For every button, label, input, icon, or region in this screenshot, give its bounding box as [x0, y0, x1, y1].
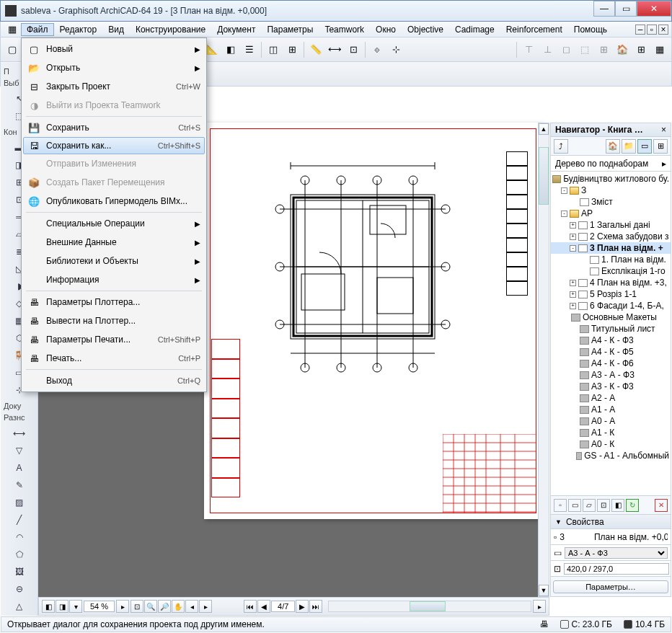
- params-button[interactable]: Параметры…: [553, 580, 668, 593]
- menu-item-сохранить[interactable]: 💾СохранитьCtrl+S: [23, 118, 205, 137]
- tree-node[interactable]: А1 - А: [551, 404, 671, 415]
- tree-node[interactable]: Експлікація 1-го: [551, 265, 671, 277]
- tool4-icon[interactable]: ⊞: [283, 41, 301, 58]
- tree-expander-icon[interactable]: +: [570, 222, 576, 229]
- tree-node[interactable]: -З: [551, 185, 671, 196]
- tree-expander-icon[interactable]: -: [561, 211, 567, 217]
- nav-update-icon[interactable]: ↻: [626, 499, 639, 512]
- tree-expander-icon[interactable]: -: [561, 187, 567, 194]
- tool5-icon[interactable]: ⊡: [345, 41, 362, 58]
- zoomout-icon[interactable]: 🔎: [158, 600, 171, 613]
- hscroll-thumb[interactable]: [410, 601, 446, 611]
- dim-tool-icon[interactable]: ⟷: [12, 425, 27, 441]
- menu-помощь[interactable]: Помощь: [568, 23, 613, 36]
- tree-node[interactable]: Основные Макеты: [551, 311, 671, 323]
- menu-item-новый[interactable]: ▢Новый▶: [23, 40, 205, 58]
- maximize-button[interactable]: ▭: [615, 1, 637, 17]
- tool6-icon[interactable]: ⟐: [368, 41, 386, 58]
- zoom-option2-icon[interactable]: ◨: [56, 600, 68, 613]
- pan-icon[interactable]: ✋: [172, 600, 185, 613]
- zoom-option1-icon[interactable]: ◧: [42, 600, 55, 613]
- tree-node[interactable]: А0 - А: [551, 415, 671, 427]
- elev-tool-icon[interactable]: △: [12, 598, 27, 614]
- close-button[interactable]: ✕: [637, 1, 671, 17]
- tree-node[interactable]: А4 - К - Ф5: [551, 346, 671, 358]
- fill-tool-icon[interactable]: ▨: [12, 495, 27, 510]
- navigator-close-icon[interactable]: ×: [661, 125, 666, 135]
- zoom-field[interactable]: 54 %: [84, 601, 115, 612]
- tree-node[interactable]: +1 Загальні дані: [551, 219, 671, 231]
- zoom-dd2-icon[interactable]: ▸: [116, 600, 129, 613]
- mdi-restore-icon[interactable]: ▫: [647, 25, 657, 35]
- menu-вид[interactable]: Вид: [102, 23, 130, 36]
- size-input[interactable]: [564, 563, 669, 575]
- menu-item-параметры-печати-[interactable]: 🖶Параметры Печати...Ctrl+Shift+P: [23, 330, 205, 349]
- section-tool-icon[interactable]: ⊖: [12, 581, 27, 597]
- fit-icon[interactable]: ⊡: [131, 600, 143, 613]
- scroll-down-icon[interactable]: ▼: [539, 585, 549, 596]
- first-page-icon[interactable]: ⏮: [244, 600, 257, 613]
- prev-zoom-icon[interactable]: ◂: [185, 600, 198, 613]
- tree-node[interactable]: А1 - К: [551, 427, 671, 438]
- menu-reinforcement[interactable]: Reinforcement: [500, 23, 568, 36]
- tool7-icon[interactable]: ⊹: [387, 41, 404, 58]
- tree-node[interactable]: +6 Фасади 1-4, Б-А,: [551, 300, 671, 311]
- menu-конструирование[interactable]: Конструирование: [130, 23, 211, 36]
- tree-node[interactable]: -3 План на відм. +: [551, 242, 671, 254]
- drawing-tool-icon[interactable]: 🖼: [12, 564, 27, 580]
- menu-cadimage[interactable]: Cadimage: [449, 23, 500, 36]
- next-zoom-icon[interactable]: ▸: [199, 600, 212, 613]
- nav-tb5-icon[interactable]: ◧: [611, 499, 624, 512]
- tool3-icon[interactable]: ◫: [265, 41, 282, 58]
- level-tool-icon[interactable]: ▽: [12, 443, 27, 459]
- nav-layouts-icon[interactable]: ▭: [637, 139, 652, 154]
- tree-expander-icon[interactable]: +: [570, 291, 576, 298]
- prev-page-icon[interactable]: ◀: [257, 600, 270, 613]
- text-tool-icon[interactable]: A: [12, 460, 27, 476]
- arc-tool-icon[interactable]: ◠: [12, 529, 27, 545]
- zoomin-icon[interactable]: 🔍: [144, 600, 157, 613]
- tree-node[interactable]: Титульный лист: [551, 323, 671, 335]
- label-tool-icon[interactable]: ✎: [12, 477, 27, 493]
- tree-node[interactable]: -АР: [551, 208, 671, 219]
- hscrollbar[interactable]: [328, 601, 531, 612]
- tree-node[interactable]: А3 - А - Ф3: [551, 369, 671, 381]
- menu-item-опубликовать-гипермодель-bimx-[interactable]: 🌐Опубликовать Гипермодель BIMx...: [23, 192, 205, 211]
- menu-item-параметры-плоттера-[interactable]: 🖶Параметры Плоттера...: [23, 293, 205, 311]
- zoom-dd-icon[interactable]: ▾: [69, 600, 82, 613]
- nav-tb1-icon[interactable]: ▫: [554, 499, 567, 512]
- menu-документ[interactable]: Документ: [211, 23, 261, 36]
- properties-header[interactable]: ▼ Свойства: [550, 515, 671, 529]
- menu-item-сохранить-как-[interactable]: 🖫Сохранить как...Ctrl+Shift+S: [23, 137, 205, 154]
- tree-expander-icon[interactable]: +: [570, 303, 576, 309]
- tree-node[interactable]: А0 - К: [551, 438, 671, 450]
- menu-редактор[interactable]: Редактор: [54, 23, 103, 36]
- hscroll-right-icon[interactable]: ▸: [533, 600, 546, 613]
- canvas-vscrollbar[interactable]: ▲ ▼: [538, 123, 549, 597]
- menu-параметры[interactable]: Параметры: [261, 23, 319, 36]
- last-page-icon[interactable]: ⏭: [309, 600, 322, 613]
- scroll-thumb[interactable]: [539, 147, 549, 205]
- navigator-tree[interactable]: Будівництво житлового бу. -ЗЗміст-АР+1 З…: [550, 172, 671, 496]
- tree-root[interactable]: Будівництво житлового бу.: [551, 173, 671, 185]
- tree-node[interactable]: А4 - К - Ф6: [551, 358, 671, 369]
- tool1-icon[interactable]: ◧: [222, 41, 239, 58]
- tree-node[interactable]: А2 - А: [551, 392, 671, 404]
- menu-item-внешние-данные[interactable]: Внешние Данные▶: [23, 233, 205, 252]
- menu-item-информация[interactable]: Информация▶: [23, 270, 205, 289]
- tree-node[interactable]: +5 Розріз 1-1: [551, 288, 671, 300]
- master-select[interactable]: А3 - А - Ф3: [565, 547, 668, 559]
- menu-item-вывести-на-плоттер-[interactable]: 🖶Вывести на Плоттер...: [23, 311, 205, 330]
- grid-icon[interactable]: ⊞: [632, 41, 650, 58]
- nav-delete-icon[interactable]: ✕: [655, 499, 668, 512]
- menu-item-закрыть-проект[interactable]: ⊟Закрыть ПроектCtrl+W: [23, 77, 205, 96]
- tree-node[interactable]: А4 - К - Ф3: [551, 335, 671, 346]
- nav-tb2-icon[interactable]: ▭: [568, 499, 581, 512]
- menu-окно[interactable]: Окно: [370, 23, 402, 36]
- home-icon[interactable]: 🏠: [614, 41, 631, 58]
- mdi-min-icon[interactable]: –: [635, 25, 645, 35]
- tree-expander-icon[interactable]: +: [570, 280, 576, 286]
- menu-objective[interactable]: Objective: [402, 23, 449, 36]
- menu-item-выход[interactable]: ВыходCtrl+Q: [23, 371, 205, 390]
- tree-node[interactable]: Зміст: [551, 196, 671, 208]
